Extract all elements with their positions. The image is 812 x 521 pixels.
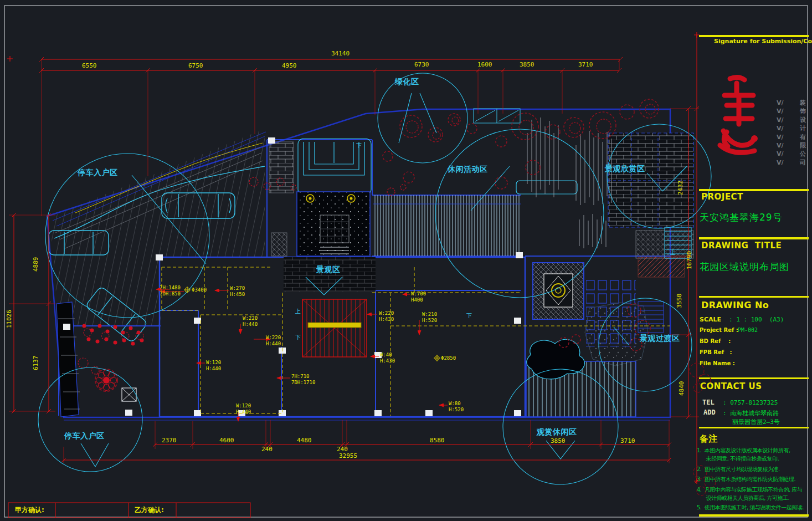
add-label: ADD [703, 408, 716, 416]
note-line: 1. 本图内容及设计版权属本设计师所有, [697, 447, 790, 454]
dim-label: 8580 [430, 437, 445, 444]
annotation: W:270 H:450 [230, 285, 245, 298]
annotation: W:220 H:430 [379, 310, 394, 323]
annotation: W:80 H:520 [449, 401, 464, 413]
dim-label: 4480 [297, 437, 312, 444]
annotation: W:220 H:440 [243, 315, 258, 328]
wood-deck-bridge [373, 195, 521, 256]
party-a-confirm-label: 甲方确认: [15, 505, 44, 515]
pond [527, 339, 585, 379]
annotation: W:120 H:440 [206, 360, 221, 372]
zone-label-landscape: 景观区 [316, 265, 341, 274]
dim-label: 6750 [188, 62, 203, 69]
zone-label-parking-entry: 停车入户区 [78, 168, 118, 177]
drawing-no-label: DRAWING No [701, 300, 769, 310]
party-b-confirm-label: 乙方确认: [135, 505, 164, 515]
dim-top-total: 34140 [331, 50, 350, 57]
upper-paving [269, 142, 294, 256]
annotation: 7H:710 7DH:1710 [291, 374, 315, 386]
annotation: W:40 H:430 [380, 352, 395, 365]
dim-label: 4950 [282, 62, 297, 69]
note-line: 未经同意, 不得擅自抄袭或复印. [700, 455, 779, 463]
dim-label: 3710 [620, 437, 635, 445]
zone-label-landscape-transition: 景观过渡区 [640, 334, 680, 343]
spa-steps [298, 139, 577, 195]
stair-mark-down: 下 [466, 312, 472, 320]
tel-value: : 0757-81237325 [723, 399, 778, 406]
note-line: 5. 使用本图纸施工时, 须与说明文件一起阅读. [697, 504, 804, 512]
dim-label: 1600 [477, 61, 492, 68]
flower-bed [78, 324, 144, 392]
cad-sheet: 34140 6550 6750 4950 6730 1600 3850 3710… [0, 0, 812, 521]
gravel-area [585, 303, 648, 366]
dim-label: 4840 [678, 381, 685, 396]
annotation-leaders [156, 289, 448, 421]
central-stair [302, 299, 367, 357]
stair-mark-down: 下 [295, 334, 301, 341]
dim-label: 6730 [414, 61, 429, 68]
tall-grass [527, 118, 611, 248]
annotation: W:220 H:440 [266, 335, 281, 348]
zone-label-green-area: 绿化区 [395, 78, 419, 86]
zone-label-viewing-leisure: 观赏休闲区 [537, 428, 577, 436]
notes-label: 备注 [700, 433, 718, 445]
dim-label: 240 [261, 446, 273, 453]
dim-label: 4889 [32, 257, 39, 272]
company-logo [720, 77, 754, 152]
annotation: Φ3400 [192, 287, 207, 293]
note-line: 4. 凡图中内容与实际施工现场不符合的, 应与 [697, 486, 802, 494]
annotation: 7H:1480 7DH:850 [160, 285, 181, 298]
address-line-1: : 南海桂城华翠南路 [723, 409, 779, 417]
project-label: PROJECT [701, 192, 743, 202]
scale-label: SCALE [700, 316, 721, 323]
dim-label: 4600 [219, 437, 234, 444]
landscape-band [284, 257, 376, 292]
drawing-title: 花园区域说明布局图 [700, 260, 789, 273]
annotation: W:210 H:520 [422, 311, 437, 324]
project-ref-label: Project Ref : [700, 327, 738, 333]
logo-dot [751, 135, 758, 142]
project-name: 天安鸿基翠海29号 [700, 211, 783, 224]
annotation: W:120 H:440 [236, 403, 251, 416]
annotation: Φ2850 [441, 355, 456, 361]
stair-mark-up: 上 [670, 249, 676, 257]
fpb-ref-label: FPB Ref : [700, 349, 732, 355]
dim-label: 2432 [677, 181, 684, 196]
tel-label: TEL [702, 399, 715, 406]
company-name-vertical: 装 饰 设 计 有 限 公 司 [800, 99, 806, 167]
dim-label: 3550 [676, 294, 683, 309]
dim-bottom-total: 32955 [339, 452, 357, 459]
dim-label: 6550 [82, 62, 97, 69]
large-flower [95, 369, 117, 391]
annotation: W:700 H400 [411, 291, 426, 304]
dim-label: 3850 [520, 61, 535, 68]
bd-ref-label: BD Ref : [700, 338, 731, 344]
zone-label-leisure-activity: 休闲活动区 [448, 165, 488, 173]
stair-mark-down: 下 [356, 142, 362, 150]
water-feature [297, 192, 370, 256]
confirmation-table [8, 503, 250, 518]
address-line-2: 丽景园首层2—3号 [732, 418, 780, 426]
note-line: 2. 图中所有尺寸均以现场复核为准. [697, 466, 780, 473]
dim-label: 3710 [578, 61, 593, 68]
signature-header: Signature for Submission/Construction [714, 38, 812, 45]
dim-label: 6137 [32, 356, 39, 371]
note-line: 3. 图中所有木质结构均需作防火防潮处理. [697, 476, 795, 483]
project-ref-value: PM-002 [738, 327, 758, 333]
stair-mark-up: 上 [295, 308, 301, 315]
scale-value: : 1 : 100 (A3) [729, 316, 784, 323]
note-line: 设计师或相关人员协商后, 方可施工. [700, 494, 789, 502]
file-name-label: File Name : [700, 360, 735, 366]
contact-us-label: CONTACT US [700, 381, 762, 391]
dim-label: 2370 [162, 437, 177, 444]
pavilion [533, 263, 584, 319]
zone-label-parking-entry-2: 停车入户区 [64, 432, 105, 440]
dim-label: 16790 [686, 251, 693, 269]
signature-slots: V/ V/ V/ V/ V/ V/ V/ V/ [777, 99, 784, 167]
dim-label: 3850 [551, 437, 566, 445]
zone-label-landscape-viewing: 景观欣赏区 [605, 165, 645, 173]
drawing-title-label: DRAWING TITLE [701, 241, 782, 251]
dim-left-total: 11026 [6, 310, 13, 328]
